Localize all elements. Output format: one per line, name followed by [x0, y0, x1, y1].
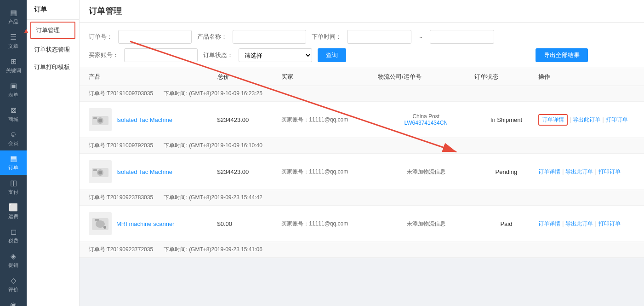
product-image-2 [91, 162, 109, 181]
order-time-1: 下单时间: (GMT+8)2019-10-09 16:23:25 [164, 90, 262, 97]
payment-icon: ◫ [10, 179, 17, 187]
sidebar-item-google[interactable]: ◉ 谷歌购物 [0, 297, 27, 306]
header-total-price: 总价 [217, 73, 282, 81]
order-group-1: 订单号:T20191009703035 下单时间: (GMT+8)2019-10… [80, 86, 644, 138]
logistics-company-3: 未添加物流信息 [378, 220, 474, 228]
orders-table: 产品 总价 买家 物流公司/运单号 订单状态 操作 订单号:T201910097… [80, 68, 644, 258]
separator-1a: | [570, 116, 571, 123]
product-cell-2: Isolated Tac Machine [89, 160, 217, 183]
status-cell-2: Pending [474, 168, 539, 175]
order-print-link-3[interactable]: 打印订单 [598, 220, 621, 228]
product-name-label: 产品名称： [197, 33, 227, 41]
product-name-2[interactable]: Isolated Tac Machine [116, 168, 172, 175]
search-form: 订单号： 产品名称： 下单时间： ~ 买家账号： 订单状态： 请选择 Pendi… [80, 23, 644, 68]
table-header-row: 产品 总价 买家 物流公司/运单号 订单状态 操作 [80, 68, 644, 86]
reviews-icon: ◇ [11, 276, 16, 285]
table-area: 产品 总价 买家 物流公司/运单号 订单状态 操作 订单号:T201910097… [80, 68, 644, 306]
nav-sidebar-title: 订单 [27, 0, 79, 20]
logistics-cell-3: 未添加物流信息 [378, 220, 474, 228]
product-image-3 [91, 214, 109, 233]
table-row: MRI machine scanner $0.00 买家账号：11111@qq.… [80, 206, 644, 242]
order-group-3: 订单号:T20190923783035 下单时间: (GMT+8)2019-09… [80, 190, 644, 242]
separator-1b: | [602, 116, 604, 123]
keywords-icon: ⊞ [11, 57, 17, 66]
icon-sidebar: ▦ 产品 ☰ 文章 ⊞ 关键词 ▣ 表单 ⊠ 商城 ☺ 会员 ▤ 订单 ◫ 支付… [0, 0, 27, 306]
order-export-link-1[interactable]: 导出此订单 [573, 116, 600, 124]
order-time-2: 下单时间: (GMT+8)2019-10-09 16:10:40 [164, 142, 262, 149]
order-detail-link-2[interactable]: 订单详情 [538, 168, 560, 176]
action-cell-1: 订单详情 | 导出此订单 | 打印订单 [538, 114, 635, 126]
form-row-2: 买家账号： 订单状态： 请选择 Pending Paid In Shipment… [89, 48, 635, 62]
sidebar-item-promotion[interactable]: ◈ 促销 [0, 248, 27, 272]
order-group-1-header: 订单号:T20191009703035 下单时间: (GMT+8)2019-10… [80, 86, 644, 102]
orders-icon: ▤ [10, 154, 17, 163]
tax-icon: ◻ [11, 227, 17, 236]
order-print-link-1[interactable]: 打印订单 [606, 116, 628, 124]
svg-point-2 [98, 119, 102, 122]
order-no-label: 订单号： [89, 33, 113, 41]
sidebar-item-shop[interactable]: ⊠ 商城 [0, 102, 27, 127]
nav-item-print-template[interactable]: 订单打印模板 [27, 58, 79, 76]
nav-arrow-icon: ▲ [23, 27, 29, 34]
order-group-4: 订单号:T20190923772035 下单时间: (GMT+8)2019-09… [80, 242, 644, 258]
buyer-account-label: 买家账号： [89, 51, 119, 59]
order-time-start-input[interactable] [347, 30, 411, 44]
product-thumb-2 [89, 160, 112, 183]
query-button[interactable]: 查询 [318, 48, 346, 62]
price-cell-1: $234423.00 [217, 116, 282, 123]
sidebar-item-payment[interactable]: ◫ 支付 [0, 175, 27, 199]
order-time-label: 下单时间： [312, 33, 342, 41]
price-cell-3: $0.00 [217, 220, 282, 227]
sidebar-item-keywords[interactable]: ⊞ 关键词 [0, 53, 27, 78]
buyer-cell-1: 买家账号：11111@qq.com [281, 116, 378, 124]
separator-2a: | [562, 168, 564, 175]
sidebar-item-shipping[interactable]: ⬜ 运费 [0, 199, 27, 224]
tilde: ~ [417, 34, 424, 40]
sidebar-item-products[interactable]: ▦ 产品 [0, 5, 27, 29]
price-cell-2: $234423.00 [217, 168, 282, 175]
form-row-1: 订单号： 产品名称： 下单时间： ~ [89, 30, 635, 44]
logistics-number-1[interactable]: LW643741434CN [378, 120, 474, 126]
order-export-link-2[interactable]: 导出此订单 [565, 168, 593, 176]
action-cell-3: 订单详情 | 导出此订单 | 打印订单 [538, 220, 635, 228]
sidebar-item-members[interactable]: ☺ 会员 [0, 127, 27, 150]
order-no-2: 订单号:T20191009792035 [89, 142, 153, 149]
order-no-4: 订单号:T20190923772035 [89, 246, 153, 253]
forms-icon: ▣ [10, 81, 17, 90]
nav-item-order-status[interactable]: 订单状态管理 [27, 41, 79, 58]
header-status: 订单状态 [474, 73, 539, 81]
product-name-input[interactable] [233, 30, 306, 44]
separator-3a: | [562, 220, 564, 227]
order-time-end-input[interactable] [430, 30, 494, 44]
order-status-select[interactable]: 请选择 Pending Paid In Shipment [239, 48, 312, 62]
product-cell-1: Isolated Tac Machine [89, 108, 217, 131]
logistics-cell-2: 未添加物流信息 [378, 168, 474, 176]
product-name-1[interactable]: Isolated Tac Machine [116, 116, 172, 123]
order-no-input[interactable] [118, 30, 192, 44]
buyer-account-input[interactable] [124, 48, 198, 62]
order-time-3: 下单时间: (GMT+8)2019-09-23 15:44:42 [164, 194, 262, 201]
sidebar-item-reviews[interactable]: ◇ 评价 [0, 272, 27, 297]
header-product: 产品 [89, 73, 217, 81]
buyer-cell-2: 买家账号：11111@qq.com [281, 168, 378, 176]
sidebar-item-tax[interactable]: ◻ 税费 [0, 224, 27, 248]
sidebar-item-forms[interactable]: ▣ 表单 [0, 78, 27, 102]
order-group-2-header: 订单号:T20191009792035 下单时间: (GMT+8)2019-10… [80, 138, 644, 154]
logistics-cell-1: China Post LW643741434CN [378, 113, 474, 126]
product-thumb-1 [89, 108, 112, 131]
product-cell-3: MRI machine scanner [89, 212, 217, 235]
order-print-link-2[interactable]: 打印订单 [598, 168, 621, 176]
products-icon: ▦ [10, 8, 17, 17]
order-no-1: 订单号:T20191009703035 [89, 90, 153, 97]
order-time-4: 下单时间: (GMT+8)2019-09-23 15:41:06 [164, 246, 262, 253]
shipping-icon: ⬜ [9, 203, 18, 212]
order-detail-link-3[interactable]: 订单详情 [538, 220, 560, 228]
order-export-link-3[interactable]: 导出此订单 [565, 220, 593, 228]
order-detail-link-1[interactable]: 订单详情 [538, 114, 568, 126]
nav-item-order-management[interactable]: 订单管理 ▲ [30, 22, 75, 39]
product-name-3[interactable]: MRI machine scanner [116, 220, 174, 227]
header-buyer: 买家 [281, 73, 378, 81]
promotion-icon: ◈ [11, 252, 16, 260]
sidebar-item-orders[interactable]: ▤ 订单 [0, 150, 27, 175]
export-all-button[interactable]: 导出全部结果 [536, 48, 588, 62]
